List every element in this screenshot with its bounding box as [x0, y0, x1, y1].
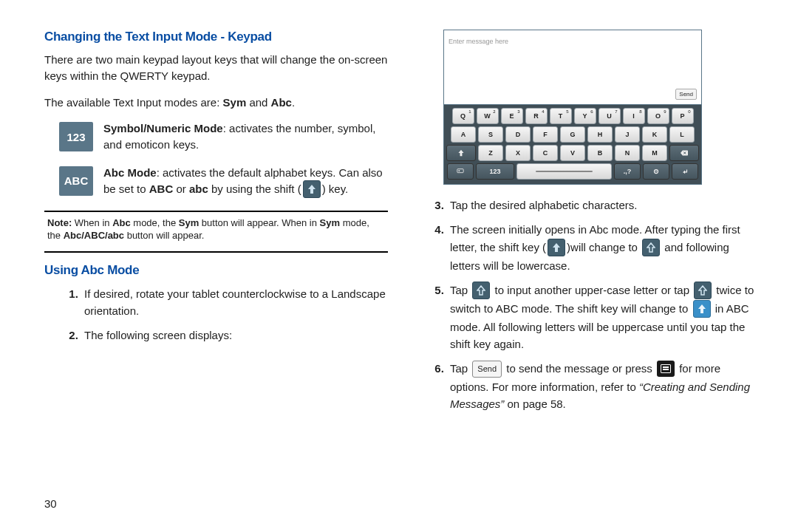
key-y: Y6	[574, 108, 596, 124]
key-enter-icon	[672, 163, 698, 180]
abc-lower: abc	[189, 183, 208, 195]
abc-bold: Abc	[271, 96, 292, 109]
mode-abc-row: ABC Abc Mode: activates the default alph…	[59, 165, 388, 199]
mode-abc-title: Abc Mode	[103, 166, 157, 179]
key-h: H	[587, 126, 613, 143]
shift-up-icon	[303, 180, 321, 198]
page-number: 30	[44, 497, 57, 510]
key-d: D	[505, 126, 531, 143]
text: by using the shift (	[208, 183, 301, 195]
key-e: E3	[501, 108, 523, 124]
abc-caps: ABC	[149, 183, 174, 195]
text: or	[173, 183, 189, 195]
key-x: X	[505, 145, 531, 161]
message-area: Enter message here Send	[444, 30, 701, 105]
key-gear-icon	[643, 163, 669, 180]
intro-paragraph: There are two main keypad layout keys th…	[44, 52, 388, 84]
key-space	[516, 163, 612, 180]
note-label: Note:	[47, 217, 72, 228]
text: Sym	[179, 217, 199, 228]
key-r: R4	[525, 108, 548, 124]
text: Abc/ABC/abc	[64, 230, 124, 241]
text: Tap	[450, 284, 471, 296]
key-f: F	[533, 126, 558, 143]
text: Abc	[112, 217, 131, 228]
svg-point-3	[655, 171, 657, 172]
sym-bold: Sym	[223, 96, 247, 109]
separator	[44, 251, 388, 253]
step-6: Tap Send to send the message or press fo…	[447, 360, 761, 412]
note-box: Note: When in Abc mode, the Sym button w…	[44, 216, 388, 244]
badge-abc-icon: ABC	[59, 166, 93, 196]
key-t: T5	[550, 108, 572, 124]
key-123: 123	[476, 163, 514, 180]
svg-rect-1	[459, 170, 460, 171]
text: The available Text Input modes are:	[44, 96, 223, 109]
key-z: Z	[478, 145, 503, 161]
text: Tap	[450, 362, 471, 375]
key-p: P0	[672, 108, 694, 124]
step-3: Tap the desired alphabetic characters.	[447, 197, 761, 214]
shift-up-outline-icon	[694, 282, 712, 299]
key-v: V	[560, 145, 585, 161]
key-o: O9	[647, 108, 669, 124]
key-punct: .,?	[614, 163, 641, 180]
badge-123-icon: 123	[59, 122, 93, 151]
step-4: The screen initially opens in Abc mode. …	[447, 221, 761, 274]
key-c: C	[533, 145, 558, 161]
message-placeholder: Enter message here	[449, 38, 508, 45]
steps-list-left: If desired, rotate your tablet countercl…	[44, 285, 388, 344]
key-a: A	[451, 126, 476, 143]
options-menu-icon	[657, 361, 675, 377]
text: on page 58.	[504, 398, 565, 410]
key-s: S	[478, 126, 503, 143]
text: )will change to	[567, 241, 641, 253]
key-q: Q1	[452, 108, 474, 124]
key-k: K	[642, 126, 667, 143]
mode-123-title: Symbol/Numeric Mode	[103, 122, 223, 134]
shift-up-outline-icon	[472, 282, 490, 299]
key-j: J	[615, 126, 640, 143]
heading-using-abc: Using Abc Mode	[44, 263, 388, 278]
key-n: N	[615, 145, 640, 161]
key-g: G	[560, 126, 585, 143]
key-b: B	[587, 145, 613, 161]
right-column: Enter message here Send Q1W2E3R4T5Y6U7I8…	[417, 30, 761, 420]
left-column: Changing the Text Input Mode - Keypad Th…	[44, 30, 388, 420]
keyboard-rows: Q1W2E3R4T5Y6U7I8O9P0 ASDFGHJKL ZXCVBNM 1…	[444, 105, 701, 184]
key-i: I8	[623, 108, 645, 124]
shift-up-filled-icon	[548, 239, 565, 256]
svg-rect-0	[457, 169, 463, 173]
mode-123-row: 123 Symbol/Numeric Mode: activates the n…	[59, 120, 388, 153]
text: to send the message or press	[503, 362, 655, 375]
key-w: W2	[477, 108, 499, 124]
shift-up-light-icon	[693, 300, 711, 318]
text: .	[292, 96, 295, 109]
separator	[44, 211, 388, 212]
text: button will appear.	[124, 230, 204, 241]
text: Sym	[320, 217, 340, 228]
modes-available: The available Text Input modes are: Sym …	[44, 95, 388, 111]
step-2: The following screen displays:	[81, 327, 388, 344]
key-m: M	[642, 145, 667, 161]
key-l: L	[669, 126, 695, 143]
mode-123-text: Symbol/Numeric Mode: activates the numbe…	[103, 120, 388, 153]
keyboard-illustration: Enter message here Send Q1W2E3R4T5Y6U7I8…	[443, 30, 702, 185]
text: ) key.	[322, 183, 349, 195]
steps-list-right: Tap the desired alphabetic characters. T…	[417, 197, 761, 412]
key-input-icon	[447, 163, 474, 180]
text: to input another upper-case letter or ta…	[491, 284, 692, 296]
key-backspace	[669, 145, 699, 161]
text: and	[246, 96, 270, 109]
step-5: Tap to input another upper-case letter o…	[447, 282, 761, 353]
text: When in	[72, 217, 112, 228]
step-1: If desired, rotate your tablet countercl…	[81, 285, 388, 320]
key-shift	[446, 145, 476, 161]
mode-abc-text: Abc Mode: activates the default alphabet…	[103, 165, 388, 199]
illus-send-button: Send	[675, 89, 697, 100]
heading-changing-mode: Changing the Text Input Mode - Keypad	[44, 30, 388, 44]
key-u: U7	[598, 108, 621, 124]
shift-up-outline-icon	[642, 239, 660, 256]
send-button-icon: Send	[472, 361, 502, 378]
text: mode, the	[131, 217, 179, 228]
